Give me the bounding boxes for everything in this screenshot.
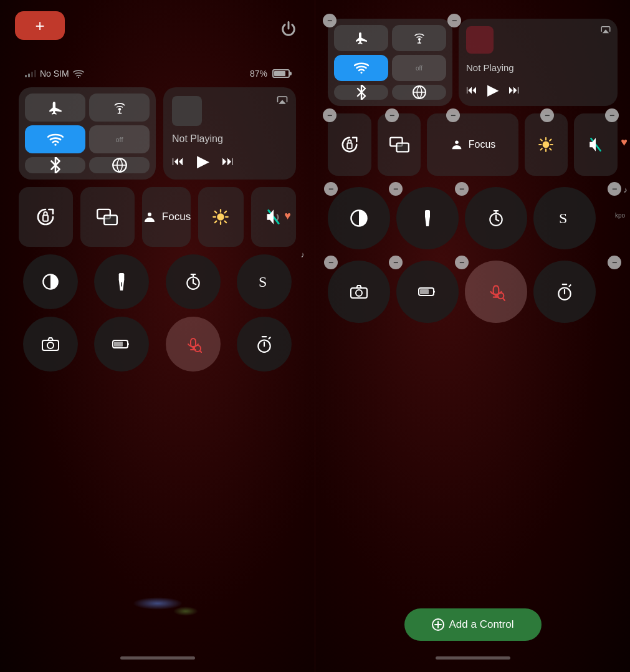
media-controls: ⏮ ▶ ⏭ — [172, 151, 287, 171]
add-button[interactable]: + — [15, 11, 65, 40]
r-battery-button[interactable] — [396, 261, 459, 323]
shazam-button[interactable]: S — [237, 254, 292, 309]
r-airplane-icon — [354, 31, 369, 46]
left-panel: + No SIM 87% — [0, 0, 315, 672]
media-remove-badge[interactable]: − — [447, 14, 461, 27]
r-brightness-button[interactable] — [525, 113, 568, 176]
svg-point-34 — [543, 142, 550, 148]
brightness-button[interactable] — [198, 187, 243, 247]
r-mirror-button[interactable] — [378, 113, 421, 176]
r-globe-button[interactable] — [392, 85, 446, 100]
r-batt-remove[interactable]: − — [389, 256, 403, 269]
play-button[interactable]: ▶ — [197, 151, 209, 171]
r-media-title: Not Playing — [466, 62, 610, 73]
power-button[interactable] — [277, 17, 300, 40]
media-block[interactable]: Not Playing ⏮ ▶ ⏭ — [163, 87, 296, 180]
stopwatch-button[interactable] — [237, 317, 292, 372]
grayscale-button[interactable] — [23, 254, 78, 309]
r-gray-remove[interactable]: − — [324, 182, 338, 196]
svg-point-33 — [455, 141, 459, 145]
r-sil-remove[interactable]: − — [605, 108, 619, 122]
voice-search-button[interactable] — [166, 317, 221, 372]
r-silent-button[interactable] — [574, 113, 618, 176]
rotation-lock-icon — [36, 207, 55, 227]
battery-percent: 87% — [250, 69, 267, 79]
r-wifi-button[interactable] — [334, 55, 388, 81]
r-timer-button[interactable] — [465, 187, 527, 249]
r-flashlight-button[interactable] — [396, 187, 459, 249]
r-connectivity-block[interactable]: off — [328, 19, 452, 106]
r-ff-button[interactable]: ⏭ — [508, 84, 520, 97]
battery-status-button[interactable] — [94, 317, 149, 372]
r-mirror-icon — [389, 137, 409, 153]
svg-text:S: S — [559, 210, 567, 226]
rotation-lock-button[interactable] — [19, 187, 73, 247]
r-shazam-button[interactable]: S — [533, 187, 596, 249]
r-airplay-icon[interactable] — [600, 25, 611, 37]
r-play-button[interactable]: ▶ — [487, 81, 499, 98]
flashlight-button[interactable] — [94, 254, 149, 309]
r-media-controls: ⏮ ▶ ⏭ — [466, 81, 610, 98]
r-hotspot-button[interactable] — [392, 25, 446, 51]
svg-point-17 — [47, 342, 54, 348]
hotspot-button[interactable] — [89, 94, 150, 122]
wifi-icon — [73, 69, 84, 78]
r-vs-remove[interactable]: − — [455, 256, 469, 269]
stopwatch-icon — [256, 335, 272, 353]
r-camera-button[interactable] — [328, 261, 390, 323]
globe-button[interactable] — [89, 157, 150, 173]
r-voice-search-button[interactable] — [465, 261, 527, 323]
bluetooth-icon — [49, 157, 62, 173]
r-flash-remove[interactable]: − — [389, 182, 403, 196]
svg-rect-42 — [420, 289, 429, 294]
r-media-album — [466, 26, 494, 54]
status-left: No SIM — [25, 69, 84, 79]
airplay-icon[interactable] — [276, 95, 289, 109]
fast-forward-button[interactable]: ⏭ — [222, 154, 234, 168]
right-panel: − − — [315, 0, 630, 672]
r-cam-remove[interactable]: − — [324, 256, 338, 269]
r-camera-icon — [350, 284, 368, 299]
r-rot-remove[interactable]: − — [323, 108, 336, 122]
r-grayscale-icon — [350, 209, 368, 228]
r-grayscale-button[interactable] — [328, 187, 390, 249]
r-media-block[interactable]: Not Playing ⏮ ▶ ⏭ — [459, 19, 618, 106]
r-bri-remove[interactable]: − — [540, 108, 554, 122]
camera-button[interactable] — [23, 317, 78, 372]
r-airplane-button[interactable] — [334, 25, 388, 51]
globe-icon — [112, 157, 128, 173]
flashlight-icon — [115, 273, 128, 290]
r-stopwatch-button[interactable] — [533, 261, 596, 323]
wifi-button[interactable] — [25, 125, 85, 153]
r-globe-icon — [412, 85, 427, 100]
add-control-button[interactable]: Add a Control — [404, 608, 542, 641]
r-bluetooth-button[interactable] — [334, 85, 388, 100]
r-rotation-button[interactable] — [328, 113, 371, 176]
r-focus-remove[interactable]: − — [446, 108, 460, 122]
brightness-icon — [212, 208, 229, 226]
bluetooth-button[interactable] — [25, 157, 85, 173]
lens-flare — [133, 597, 183, 610]
r-shazam-remove[interactable]: − — [608, 182, 621, 196]
no-sim-label: No SIM — [40, 69, 69, 79]
rewind-button[interactable]: ⏮ — [172, 154, 184, 168]
r-timer-remove[interactable]: − — [455, 182, 469, 196]
add-control-label: Add a Control — [449, 618, 514, 631]
conn-remove-badge[interactable]: − — [323, 14, 336, 27]
r-focus-button[interactable]: Focus — [427, 113, 518, 176]
focus-button[interactable]: Focus — [142, 187, 191, 247]
screen-mirror-button[interactable] — [80, 187, 135, 247]
svg-rect-19 — [114, 342, 123, 347]
r-heart-icon: ♥ — [621, 136, 628, 149]
r-rewind-button[interactable]: ⏮ — [466, 84, 477, 97]
r-mir-remove[interactable]: − — [385, 108, 399, 122]
airplane-button[interactable] — [25, 94, 85, 122]
r-rotation-icon — [340, 135, 359, 154]
svg-point-40 — [356, 290, 362, 296]
r-focus-icon — [450, 138, 464, 151]
r-cellular-button[interactable]: off — [392, 55, 446, 81]
timer-button[interactable] — [166, 254, 221, 309]
r-sw-remove[interactable]: − — [608, 256, 621, 269]
connectivity-block[interactable]: off — [19, 87, 156, 180]
cellular-button[interactable]: off — [89, 125, 150, 153]
